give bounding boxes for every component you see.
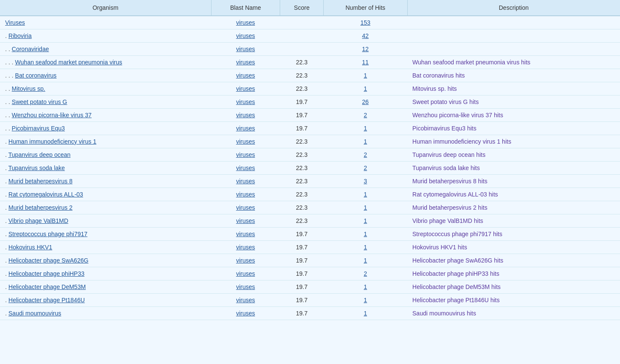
- blast-name-link[interactable]: viruses: [236, 59, 255, 66]
- blast-name-link[interactable]: viruses: [236, 85, 255, 92]
- hits-link[interactable]: 2: [364, 151, 367, 158]
- description-link[interactable]: Tupanvirus soda lake hits: [412, 165, 480, 171]
- organism-link[interactable]: Helicobacter phage phiHP33: [9, 270, 84, 277]
- organism-link[interactable]: Vibrio phage ValB1MD: [9, 217, 68, 224]
- organism-link[interactable]: Tupanvirus soda lake: [9, 165, 65, 171]
- blast-name-link[interactable]: viruses: [236, 19, 255, 26]
- hits-link[interactable]: 1: [364, 204, 367, 211]
- organism-link[interactable]: Tupanvirus deep ocean: [9, 151, 71, 158]
- organism-link[interactable]: Coronaviridae: [12, 46, 49, 52]
- blast-name-link[interactable]: viruses: [236, 270, 255, 277]
- description-link[interactable]: Streptococcus phage phi7917 hits: [412, 231, 502, 237]
- organism-link[interactable]: Murid betaherpesvirus 2: [9, 204, 72, 211]
- organism-cell: . Tupanvirus soda lake: [0, 162, 211, 175]
- hits-link[interactable]: 153: [360, 19, 370, 26]
- hits-link[interactable]: 1: [364, 191, 367, 198]
- organism-link[interactable]: Wenzhou picorna-like virus 37: [12, 112, 92, 118]
- blast-name-link[interactable]: viruses: [236, 46, 255, 52]
- organism-link[interactable]: Streptococcus phage phi7917: [9, 231, 87, 237]
- blast-name-link[interactable]: viruses: [236, 310, 255, 317]
- organism-link[interactable]: Helicobacter phage Pt1846U: [9, 297, 85, 303]
- blast-name-link[interactable]: viruses: [236, 98, 255, 105]
- hits-cell: 1: [324, 214, 407, 228]
- description-link[interactable]: Wenzhou picorna-like virus 37 hits: [412, 112, 503, 118]
- hits-link[interactable]: 12: [362, 46, 369, 52]
- description-link[interactable]: Human immunodeficiency virus 1 hits: [412, 138, 511, 145]
- col-description: Description: [407, 0, 620, 16]
- hits-link[interactable]: 2: [364, 270, 367, 277]
- hits-link[interactable]: 1: [364, 231, 367, 237]
- hits-link[interactable]: 42: [362, 32, 369, 39]
- hits-link[interactable]: 1: [364, 297, 367, 303]
- organism-link[interactable]: Riboviria: [9, 32, 32, 39]
- hits-link[interactable]: 1: [364, 138, 367, 145]
- blast-name-link[interactable]: viruses: [236, 217, 255, 224]
- hits-link[interactable]: 2: [364, 112, 367, 118]
- blast-name-link[interactable]: viruses: [236, 178, 255, 185]
- organism-link[interactable]: Helicobacter phage DeM53M: [9, 283, 86, 290]
- description-link[interactable]: Mitovirus sp. hits: [412, 85, 457, 92]
- hits-link[interactable]: 3: [364, 178, 367, 185]
- organism-link[interactable]: Viruses: [5, 19, 25, 26]
- hits-link[interactable]: 11: [362, 59, 369, 66]
- hits-link[interactable]: 1: [364, 310, 367, 317]
- blast-name-link[interactable]: viruses: [236, 125, 255, 132]
- blast-name-link[interactable]: viruses: [236, 151, 255, 158]
- description-link[interactable]: Helicobacter phage Pt1846U hits: [412, 297, 500, 303]
- blast-name-link[interactable]: viruses: [236, 297, 255, 303]
- organism-link[interactable]: Bat coronavirus: [15, 72, 56, 79]
- organism-link[interactable]: Hokovirus HKV1: [9, 244, 52, 251]
- blast-name-cell: viruses: [211, 56, 280, 69]
- hits-link[interactable]: 1: [364, 257, 367, 264]
- indent-prefix: . .: [5, 125, 12, 132]
- hits-cell: 42: [324, 29, 407, 43]
- description-link[interactable]: Helicobacter phage SwA626G hits: [412, 257, 503, 264]
- hits-link[interactable]: 1: [364, 72, 367, 79]
- hits-link[interactable]: 1: [364, 85, 367, 92]
- table-row: . Murid betaherpesvirus 8viruses22.33Mur…: [0, 175, 620, 188]
- blast-name-link[interactable]: viruses: [236, 244, 255, 251]
- hits-link[interactable]: 26: [362, 98, 369, 105]
- organism-link[interactable]: Saudi moumouvirus: [9, 310, 61, 317]
- blast-name-link[interactable]: viruses: [236, 204, 255, 211]
- organism-link[interactable]: Human immunodeficiency virus 1: [9, 138, 96, 145]
- description-link[interactable]: Picobirnavirus Equ3 hits: [412, 125, 476, 132]
- blast-name-link[interactable]: viruses: [236, 283, 255, 290]
- hits-link[interactable]: 1: [364, 244, 367, 251]
- description-link[interactable]: Tupanvirus deep ocean hits: [412, 151, 485, 158]
- organism-cell: . Helicobacter phage phiHP33: [0, 267, 211, 280]
- hits-link[interactable]: 1: [364, 125, 367, 132]
- organism-link[interactable]: Picobirnavirus Equ3: [12, 125, 65, 132]
- organism-link[interactable]: Sweet potato virus G: [12, 98, 67, 105]
- organism-link[interactable]: Wuhan seafood market pneumonia virus: [15, 59, 122, 66]
- organism-link[interactable]: Helicobacter phage SwA626G: [9, 257, 89, 264]
- description-link[interactable]: Saudi moumouvirus hits: [412, 310, 476, 317]
- description-link[interactable]: Vibrio phage ValB1MD hits: [412, 217, 483, 224]
- col-num-hits: Number of Hits: [324, 0, 407, 16]
- blast-name-link[interactable]: viruses: [236, 191, 255, 198]
- organism-link[interactable]: Rat cytomegalovirus ALL-03: [9, 191, 83, 198]
- hits-link[interactable]: 1: [364, 283, 367, 290]
- description-link[interactable]: Hokovirus HKV1 hits: [412, 244, 467, 251]
- description-link[interactable]: Helicobacter phage phiHP33 hits: [412, 270, 499, 277]
- hits-link[interactable]: 1: [364, 217, 367, 224]
- blast-name-link[interactable]: viruses: [236, 165, 255, 171]
- description-link[interactable]: Sweet potato virus G hits: [412, 98, 479, 105]
- organism-link[interactable]: Mitovirus sp.: [12, 85, 46, 92]
- blast-name-link[interactable]: viruses: [236, 257, 255, 264]
- score-cell: [280, 29, 324, 43]
- blast-name-link[interactable]: viruses: [236, 138, 255, 145]
- description-cell: Sweet potato virus G hits: [407, 95, 620, 109]
- blast-name-link[interactable]: viruses: [236, 231, 255, 237]
- description-link[interactable]: Murid betaherpesvirus 2 hits: [412, 204, 487, 211]
- description-link[interactable]: Helicobacter phage DeM53M hits: [412, 283, 501, 290]
- description-link[interactable]: Murid betaherpesvirus 8 hits: [412, 178, 487, 185]
- blast-name-link[interactable]: viruses: [236, 32, 255, 39]
- description-link[interactable]: Wuhan seafood market pneumonia virus hit…: [412, 59, 530, 66]
- blast-name-link[interactable]: viruses: [236, 112, 255, 118]
- organism-link[interactable]: Murid betaherpesvirus 8: [9, 178, 72, 185]
- description-link[interactable]: Bat coronavirus hits: [412, 72, 465, 79]
- blast-name-link[interactable]: viruses: [236, 72, 255, 79]
- hits-link[interactable]: 2: [364, 165, 367, 171]
- description-link[interactable]: Rat cytomegalovirus ALL-03 hits: [412, 191, 498, 198]
